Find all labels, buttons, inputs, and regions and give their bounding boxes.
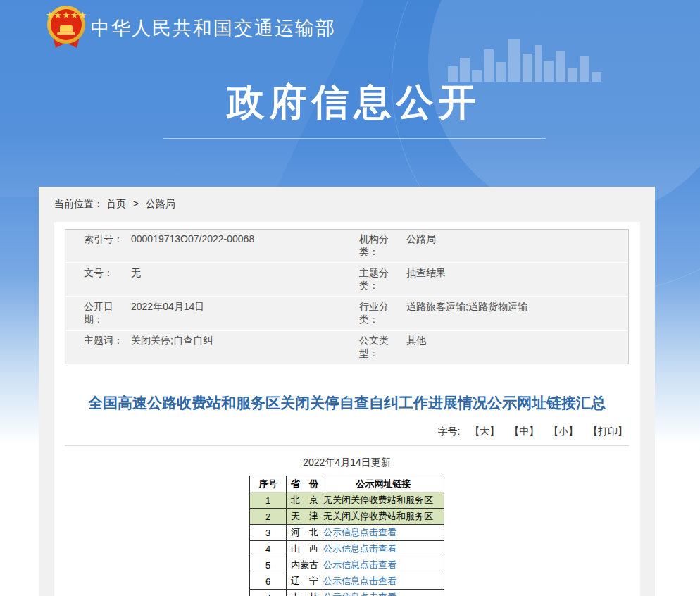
col-header-index: 序号 <box>250 476 287 492</box>
site-name: 中华人民共和国交通运输部 <box>91 15 336 41</box>
row-province: 北 京 <box>287 492 323 509</box>
view-public-info-link[interactable]: 公示信息点击查看 <box>323 592 396 596</box>
font-size-large-button[interactable]: 【大】 <box>470 426 499 437</box>
row-province: 山 西 <box>287 541 323 557</box>
article-title: 全国高速公路收费站和服务区关闭关停自查自纠工作进展情况公示网址链接汇总 <box>85 390 609 415</box>
meta-label: 文号： <box>65 267 131 292</box>
table-row: 1 北 京 无关闭关停收费站和服务区 <box>250 492 444 509</box>
meta-row: 公开日期： 2022年04月14日 行业分类： 道路旅客运输;道路货物运输 <box>65 297 628 330</box>
meta-value: 公路局 <box>406 233 628 259</box>
content-panel: 当前位置： 首页 > 公路局 索引号： 000019713O07/2022-00… <box>39 187 655 596</box>
meta-label: 主题词： <box>65 335 131 360</box>
view-public-info-link[interactable]: 公示信息点击查看 <box>323 576 396 586</box>
table-row: 3 河 北 公示信息点击查看 <box>250 525 444 541</box>
meta-value: 2022年04月14日 <box>131 301 341 326</box>
breadcrumb-label: 当前位置： <box>54 198 104 209</box>
row-index: 2 <box>250 509 287 525</box>
view-public-info-link[interactable]: 公示信息点击查看 <box>323 527 396 538</box>
row-province: 内蒙古 <box>287 557 323 573</box>
font-size-small-button[interactable]: 【小】 <box>549 426 578 437</box>
meta-value: 其他 <box>406 335 628 360</box>
meta-label: 机构分类： <box>341 233 406 259</box>
province-table-body: 1 北 京 无关闭关停收费站和服务区 2 天 津 无关闭关停收费站和服务区 3 … <box>250 492 444 596</box>
row-link-cell: 无关闭关停收费站和服务区 <box>323 492 444 509</box>
province-table: 序号 省 份 公示网址链接 1 北 京 无关闭关停收费站和服务区 2 天 津 无… <box>249 476 444 596</box>
row-link-cell: 公示信息点击查看 <box>323 573 444 590</box>
row-index: 1 <box>250 492 287 509</box>
meta-value: 000019713O07/2022-00068 <box>131 233 341 259</box>
font-size-label: 字号: <box>438 426 461 437</box>
meta-value: 关闭关停;自查自纠 <box>131 335 341 360</box>
update-date: 2022年4月14日更新 <box>65 457 629 469</box>
row-index: 5 <box>250 557 287 573</box>
col-header-province: 省 份 <box>287 476 323 492</box>
font-size-controls: 字号: 【大】 【中】 【小】 【打印】 <box>65 426 629 446</box>
print-button[interactable]: 【打印】 <box>588 426 627 437</box>
row-province: 天 津 <box>287 509 323 525</box>
meta-value: 道路旅客运输;道路货物运输 <box>406 301 628 326</box>
row-index: 3 <box>250 525 287 541</box>
row-index: 6 <box>250 573 287 590</box>
row-province: 辽 宁 <box>287 573 323 590</box>
view-public-info-link[interactable]: 公示信息点击查看 <box>323 543 396 554</box>
page: { "colors": { "banner_blue": "#4486d6", … <box>0 0 700 596</box>
meta-label: 行业分类： <box>341 301 406 326</box>
banner-underline <box>163 138 546 139</box>
row-province: 河 北 <box>287 525 323 541</box>
row-link-cell: 公示信息点击查看 <box>323 557 444 573</box>
article-container: 索引号： 000019713O07/2022-00068 机构分类： 公路局 文… <box>54 222 640 596</box>
meta-row: 文号： 无 主题分类： 抽查结果 <box>65 263 628 296</box>
meta-value: 无 <box>131 267 341 292</box>
row-link-cell: 公示信息点击查看 <box>323 525 444 541</box>
banner-title: 政府信息公开 <box>162 77 546 128</box>
meta-label: 公文类型： <box>341 335 406 360</box>
font-size-medium-button[interactable]: 【中】 <box>509 426 539 437</box>
meta-row: 主题词： 关闭关停;自查自纠 公文类型： 其他 <box>65 331 628 364</box>
national-emblem-icon: ★★★★★ <box>45 4 87 51</box>
view-public-info-link[interactable]: 公示信息点击查看 <box>323 559 396 570</box>
meta-label: 公开日期： <box>65 301 131 326</box>
province-table-header-row: 序号 省 份 公示网址链接 <box>250 476 444 492</box>
table-row: 4 山 西 公示信息点击查看 <box>250 541 444 557</box>
meta-value: 抽查结果 <box>406 267 628 292</box>
meta-table: 索引号： 000019713O07/2022-00068 机构分类： 公路局 文… <box>65 229 629 364</box>
table-row: 5 内蒙古 公示信息点击查看 <box>250 557 444 573</box>
meta-label: 主题分类： <box>341 267 406 292</box>
row-index: 7 <box>250 590 287 596</box>
row-link-cell: 公示信息点击查看 <box>323 590 444 596</box>
table-row: 7 吉 林 公示信息点击查看 <box>250 590 444 596</box>
meta-label: 索引号： <box>65 233 131 259</box>
breadcrumb-section-link[interactable]: 公路局 <box>146 198 175 209</box>
table-row: 6 辽 宁 公示信息点击查看 <box>250 573 444 590</box>
row-index: 4 <box>250 541 287 557</box>
row-link-cell: 无关闭关停收费站和服务区 <box>323 509 444 525</box>
row-link-cell: 公示信息点击查看 <box>323 541 444 557</box>
meta-row: 索引号： 000019713O07/2022-00068 机构分类： 公路局 <box>65 230 628 262</box>
row-province: 吉 林 <box>287 590 323 596</box>
breadcrumb: 当前位置： 首页 > 公路局 <box>39 187 655 219</box>
breadcrumb-separator: > <box>133 198 139 209</box>
table-row: 2 天 津 无关闭关停收费站和服务区 <box>250 509 444 525</box>
col-header-link: 公示网址链接 <box>323 476 444 492</box>
breadcrumb-home-link[interactable]: 首页 <box>106 198 126 209</box>
city-skyline-graphic <box>448 35 623 82</box>
